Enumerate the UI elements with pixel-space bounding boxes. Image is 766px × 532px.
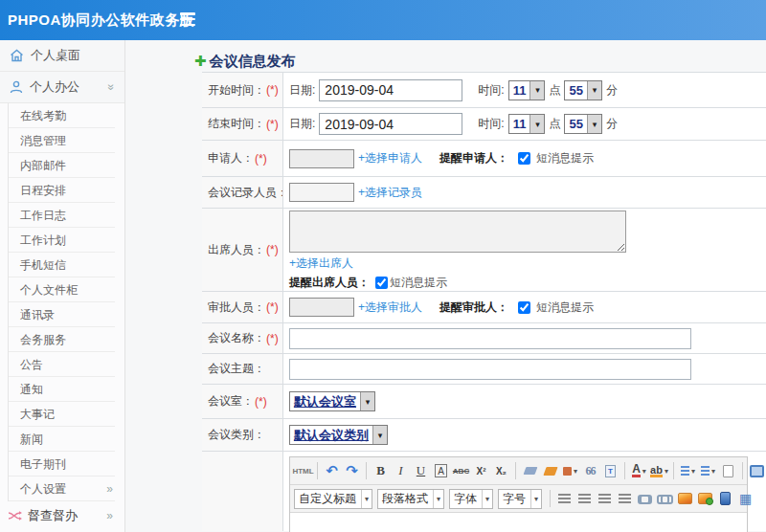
end-date-input[interactable] [319,113,462,135]
toolbar-divider [624,462,625,479]
heading-select[interactable]: 自定义标题 [294,489,372,509]
sidebar-item-schedule[interactable]: 日程安排 [9,178,115,203]
row-recorder: 会议记录人员： (*) +选择记录员 [202,177,766,209]
sidebar-item-supervision[interactable]: 督查督办 » [0,501,124,530]
choose-approver-link[interactable]: +选择审批人 [358,299,422,316]
time-label: 时间: [478,116,504,132]
upload-image-button[interactable] [696,488,714,509]
row-content-editor: HTML ↶ ↷ B I U A ABC X² X₂ [202,452,766,531]
applicant-input[interactable] [289,149,354,168]
html-source-button[interactable]: HTML [294,460,312,481]
sidebar-item-messages[interactable]: 消息管理 [9,128,115,153]
choose-attendees-link[interactable]: +选择出席人 [289,255,353,272]
insert-table-button[interactable]: ▦ [736,488,755,509]
fullscreen-button[interactable] [748,460,766,481]
align-center-button[interactable] [575,488,594,509]
sidebar-item-news[interactable]: 新闻 [9,427,115,452]
underline-button[interactable]: U [412,460,430,481]
clear-format-button[interactable] [541,460,559,481]
align-justify-button[interactable] [616,488,634,509]
ordered-list-button[interactable]: ▾ [679,460,697,481]
start-minute-select[interactable]: 55 [564,80,601,100]
start-date-input[interactable] [319,79,462,101]
sidebar-item-file-cabinet[interactable]: 个人文件柜 [9,277,115,302]
choose-applicant-link[interactable]: +选择申请人 [358,150,422,166]
applicant-sms-checkbox[interactable] [518,152,530,165]
choose-recorder-link[interactable]: +选择记录员 [358,185,422,201]
unlink-icon [658,494,672,503]
paste-button[interactable]: T [601,460,620,481]
end-hour-select[interactable]: 11 [508,114,546,134]
top-bar: PHPOA协同办公软件政务版 [0,0,766,40]
editor-toolbar-row1: HTML ↶ ↷ B I U A ABC X² X₂ [290,457,747,485]
approver-sms-checkbox[interactable] [518,301,530,314]
image-add-icon [698,493,712,504]
insert-image-button[interactable] [676,488,694,509]
sidebar-item-e-journal[interactable]: 电子期刊 [9,452,115,477]
sidebar-item-major-events[interactable]: 大事记 [9,402,115,427]
field-label: 申请人： (*) [202,141,283,176]
new-page-button[interactable] [719,460,737,481]
supervision-icon [8,510,22,521]
font-frame-button[interactable]: A [432,460,450,481]
sidebar-item-attendance[interactable]: 在线考勤 [9,103,115,128]
dropdown-caret-icon: ▾ [574,467,577,476]
font-size-select[interactable]: 字号 [498,489,542,509]
remind-attendees-label: 提醒出席人员： [289,275,370,291]
sidebar-item-work-log[interactable]: 工作日志 [9,203,115,228]
sidebar-item-label: 个人设置 [20,482,66,496]
dropdown-arrow-icon [529,115,544,133]
attendees-sms-checkbox[interactable] [375,277,388,289]
hour-unit: 点 [549,116,560,132]
undo-button[interactable]: ↶ [323,460,341,481]
sidebar-item-notices[interactable]: 通知 [9,377,115,402]
sidebar-item-contacts[interactable]: 通讯录 [9,302,115,327]
meeting-subject-input[interactable] [289,359,691,380]
meeting-category-select[interactable]: 默认会议类别 [289,425,388,445]
align-left-button[interactable] [555,488,574,509]
eraser-icon [523,467,537,475]
approver-input[interactable] [289,298,354,317]
italic-button[interactable]: I [392,460,410,481]
sidebar-item-desktop[interactable]: 个人桌面 [0,40,124,72]
subscript-button[interactable]: X₂ [492,460,510,481]
font-color-button[interactable]: A▾ [630,460,648,481]
menu-icon[interactable] [180,12,195,26]
toolbar-divider [515,462,516,479]
bold-button[interactable]: B [372,460,390,481]
sidebar-item-internal-mail[interactable]: 内部邮件 [9,153,115,178]
dropdown-arrow-icon [530,490,541,508]
format-painter-button[interactable]: ▾ [561,460,579,481]
paragraph-format-select[interactable]: 段落格式 [377,489,444,509]
sidebar-item-meeting-services[interactable]: 会务服务 [9,327,115,352]
align-right-button[interactable] [596,488,614,509]
required-mark: (*) [255,152,267,166]
start-hour-select[interactable]: 11 [508,80,546,100]
end-minute-select[interactable]: 55 [564,114,601,134]
meeting-name-input[interactable] [289,328,691,349]
meeting-room-select[interactable]: 默认会议室 [289,391,375,411]
recorder-input[interactable] [289,183,354,202]
insert-media-button[interactable] [716,488,734,509]
unordered-list-button[interactable]: ▾ [699,460,717,481]
font-family-select[interactable]: 字体 [449,489,493,509]
blockquote-button[interactable]: 66 [581,460,599,481]
strikethrough-button[interactable]: ABC [452,460,470,481]
eraser-button[interactable] [521,460,539,481]
sidebar-item-personal-office[interactable]: 个人办公 » [0,72,124,103]
editor-content-area[interactable] [290,513,747,532]
attendees-textarea[interactable] [289,211,626,253]
field-label: 会议主题： [202,354,283,384]
sidebar-item-personal-settings[interactable]: 个人设置 » [9,477,115,501]
link-icon [638,494,652,503]
sidebar-item-sms[interactable]: 手机短信 [9,253,115,277]
superscript-button[interactable]: X² [472,460,490,481]
sms-hint-label: 短消息提示 [536,150,594,166]
redo-button[interactable]: ↷ [343,460,361,481]
remove-link-button[interactable] [656,488,674,509]
insert-link-button[interactable] [636,488,654,509]
sidebar-item-work-plan[interactable]: 工作计划 [9,228,115,253]
sidebar-item-announcements[interactable]: 公告 [9,352,115,377]
main-content: ✚ 会议信息发布 开始时间： (*) 日期: 时间: 11 点 [125,40,766,532]
highlight-color-button[interactable]: ab▾ [650,460,668,481]
